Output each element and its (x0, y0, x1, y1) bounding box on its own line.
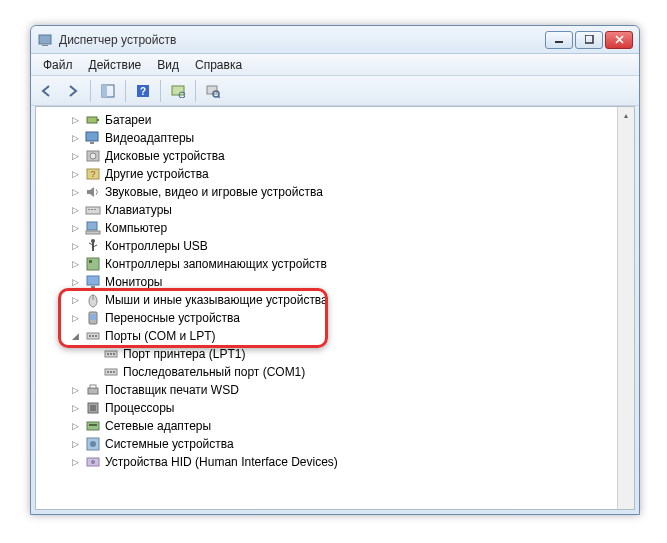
port-icon (85, 328, 101, 344)
scan-hardware-button[interactable] (166, 79, 190, 103)
window-controls (545, 31, 633, 49)
svg-rect-8 (172, 86, 184, 95)
tree-item-label: Другие устройства (105, 167, 209, 181)
tree-item[interactable]: ◢Порты (COM и LPT) (40, 327, 634, 345)
tree-expander-icon[interactable]: ▷ (70, 457, 81, 468)
menu-view[interactable]: Вид (149, 56, 187, 74)
other-icon (85, 166, 101, 182)
menu-help[interactable]: Справка (187, 56, 250, 74)
titlebar: Диспетчер устройств (31, 26, 639, 54)
tree-expander-icon[interactable]: ▷ (70, 133, 81, 144)
find-hardware-button[interactable] (201, 79, 225, 103)
printer-icon (85, 382, 101, 398)
tree-expander-icon[interactable]: ▷ (70, 187, 81, 198)
tree-item[interactable]: ▷Поставщик печати WSD (40, 381, 634, 399)
close-button[interactable] (605, 31, 633, 49)
tree-expander-icon[interactable]: ▷ (70, 205, 81, 216)
tree-item-label: Мыши и иные указывающие устройства (105, 293, 328, 307)
scan-icon (206, 84, 220, 98)
tree-item-label: Последовательный порт (COM1) (123, 365, 305, 379)
tree-item[interactable]: ▷Мониторы (40, 273, 634, 291)
tree-item[interactable]: ▷Сетевые адаптеры (40, 417, 634, 435)
tree-item-label: Сетевые адаптеры (105, 419, 211, 433)
device-tree[interactable]: ▷Батареи▷Видеоадаптеры▷Дисковые устройст… (36, 107, 634, 475)
menu-action[interactable]: Действие (81, 56, 150, 74)
tree-item[interactable]: ▷Клавиатуры (40, 201, 634, 219)
hid-icon (85, 454, 101, 470)
port-icon (103, 346, 119, 362)
tree-item-label: Дисковые устройства (105, 149, 225, 163)
app-icon (37, 32, 53, 48)
tree-expander-icon[interactable]: ▷ (70, 313, 81, 324)
display-icon (85, 130, 101, 146)
content-pane: ▷Батареи▷Видеоадаптеры▷Дисковые устройст… (35, 106, 635, 510)
tree-item-label: Порты (COM и LPT) (105, 329, 216, 343)
minimize-button[interactable] (545, 31, 573, 49)
menubar: Файл Действие Вид Справка (31, 54, 639, 76)
tree-expander-icon[interactable]: ▷ (70, 295, 81, 306)
maximize-icon (585, 35, 594, 44)
storage-icon (85, 256, 101, 272)
tree-expander-icon[interactable]: ▷ (70, 439, 81, 450)
toolbar: ? (31, 76, 639, 106)
tree-expander-icon[interactable]: ▷ (70, 277, 81, 288)
svg-rect-10 (207, 86, 217, 94)
usb-icon (85, 238, 101, 254)
tree-expander-icon[interactable]: ▷ (70, 115, 81, 126)
tree-expander-icon[interactable]: ▷ (70, 421, 81, 432)
tree-item-label: Компьютер (105, 221, 167, 235)
window-title: Диспетчер устройств (59, 33, 545, 47)
help-button[interactable]: ? (131, 79, 155, 103)
back-button[interactable] (35, 79, 59, 103)
help-icon: ? (136, 84, 150, 98)
monitor-icon (85, 274, 101, 290)
tree-expander-icon[interactable]: ◢ (70, 331, 81, 342)
svg-rect-1 (42, 45, 48, 46)
monitor-scan-icon (171, 84, 185, 98)
tree-item[interactable]: ▷Контроллеры запоминающих устройств (40, 255, 634, 273)
tree-item[interactable]: ▷Другие устройства (40, 165, 634, 183)
tree-item[interactable]: ▷Мыши и иные указывающие устройства (40, 291, 634, 309)
tree-item[interactable]: ▷Переносные устройства (40, 309, 634, 327)
tree-expander-icon[interactable]: ▷ (70, 385, 81, 396)
tree-item[interactable]: ▷Устройства HID (Human Interface Devices… (40, 453, 634, 471)
tree-item[interactable]: ▷Процессоры (40, 399, 634, 417)
tree-item[interactable]: ▷Системные устройства (40, 435, 634, 453)
tree-item-label: Поставщик печати WSD (105, 383, 239, 397)
tree-item[interactable]: ▷Батареи (40, 111, 634, 129)
tree-expander-icon[interactable]: ▷ (70, 403, 81, 414)
tree-item-label: Устройства HID (Human Interface Devices) (105, 455, 338, 469)
tree-item[interactable]: ▷Звуковые, видео и игровые устройства (40, 183, 634, 201)
vertical-scrollbar[interactable]: ▴ (617, 107, 634, 509)
close-icon (615, 35, 624, 44)
battery-icon (85, 112, 101, 128)
tree-item-label: Порт принтера (LPT1) (123, 347, 245, 361)
menu-file[interactable]: Файл (35, 56, 81, 74)
system-icon (85, 436, 101, 452)
tree-item-label: Контроллеры USB (105, 239, 208, 253)
tree-expander-icon[interactable]: ▷ (70, 259, 81, 270)
keyboard-icon (85, 202, 101, 218)
tree-item[interactable]: Последовательный порт (COM1) (40, 363, 634, 381)
mouse-icon (85, 292, 101, 308)
tree-item[interactable]: ▷Контроллеры USB (40, 237, 634, 255)
tree-expander-icon[interactable]: ▷ (70, 223, 81, 234)
tree-expander-icon[interactable]: ▷ (70, 241, 81, 252)
tree-leaf-spacer (88, 349, 99, 360)
forward-button[interactable] (61, 79, 85, 103)
tree-expander-icon[interactable]: ▷ (70, 169, 81, 180)
maximize-button[interactable] (575, 31, 603, 49)
tree-item[interactable]: Порт принтера (LPT1) (40, 345, 634, 363)
tree-item[interactable]: ▷Дисковые устройства (40, 147, 634, 165)
toolbar-separator (125, 80, 126, 102)
tree-item-label: Батареи (105, 113, 151, 127)
tree-item[interactable]: ▷Видеоадаптеры (40, 129, 634, 147)
tree-expander-icon[interactable]: ▷ (70, 151, 81, 162)
show-hide-tree-button[interactable] (96, 79, 120, 103)
toolbar-separator (195, 80, 196, 102)
svg-text:?: ? (140, 86, 146, 97)
scroll-up-icon[interactable]: ▴ (619, 108, 634, 123)
toolbar-separator (90, 80, 91, 102)
tree-leaf-spacer (88, 367, 99, 378)
tree-item[interactable]: ▷Компьютер (40, 219, 634, 237)
